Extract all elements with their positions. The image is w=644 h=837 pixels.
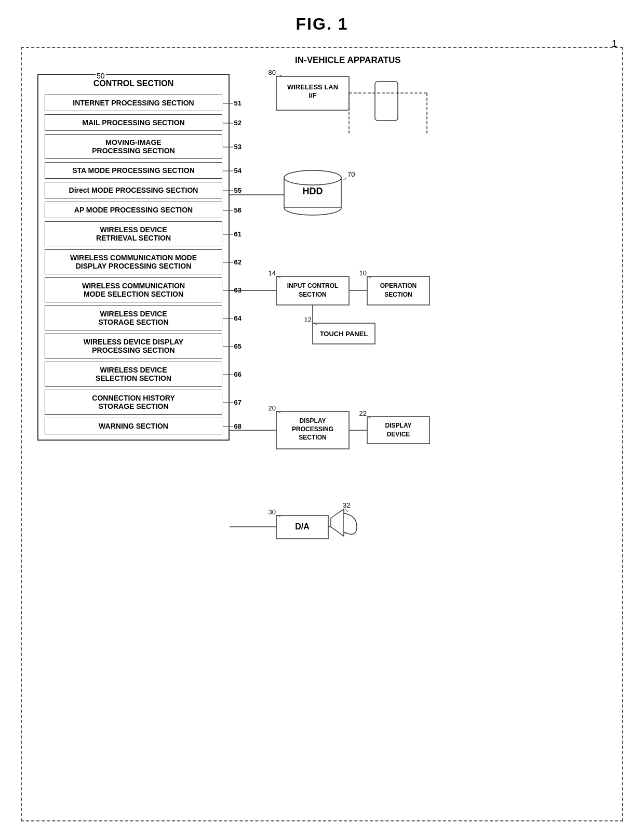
wireless-device-retrieval-section: WIRELESS DEVICE RETRIEVAL SECTION 61 (45, 221, 222, 246)
svg-text:INPUT CONTROL: INPUT CONTROL (287, 282, 339, 289)
wireless-device-storage-section: WIRELESS DEVICE STORAGE SECTION 64 (45, 305, 222, 330)
svg-rect-32 (276, 411, 349, 449)
moving-image-processing-section: MOVING-IMAGE PROCESSING SECTION 53 (45, 134, 222, 159)
ref-56: 56 (223, 206, 242, 214)
ref-68: 68 (223, 422, 242, 430)
svg-text:SECTION: SECTION (384, 291, 412, 298)
svg-text:DISPLAY: DISPLAY (385, 422, 412, 429)
svg-rect-15 (276, 276, 349, 305)
ref-55: 55 (223, 187, 242, 194)
svg-line-37 (277, 411, 280, 413)
svg-line-42 (368, 417, 371, 418)
svg-rect-45 (276, 515, 328, 539)
svg-text:80: 80 (269, 69, 276, 76)
outer-container: IN-VEHICLE APPARATUS 1 50 CONTROL SECTIO… (21, 47, 623, 821)
svg-text:DISPLAY: DISPLAY (300, 417, 326, 424)
svg-text:30: 30 (269, 508, 276, 516)
svg-text:14: 14 (269, 269, 276, 277)
svg-text:10: 10 (359, 269, 367, 277)
ref-50: 50 (96, 72, 106, 80)
invehicle-label: IN-VEHICLE APPARATUS (291, 55, 405, 65)
svg-text:12: 12 (304, 316, 312, 324)
ref-62: 62 (223, 258, 242, 266)
direct-mode-processing-section: Direct MODE PROCESSING SECTION 55 (45, 182, 222, 198)
svg-line-48 (277, 515, 280, 517)
svg-rect-38 (367, 417, 430, 444)
ap-mode-processing-section: AP MODE PROCESSING SECTION 56 (45, 202, 222, 218)
left-block: 50 CONTROL SECTION INTERNET PROCESSING S… (37, 74, 230, 441)
svg-rect-0 (276, 76, 349, 110)
ref-61: 61 (223, 230, 242, 238)
svg-line-24 (368, 276, 371, 278)
svg-line-13 (343, 178, 347, 180)
svg-rect-20 (367, 276, 430, 305)
ref-63: 63 (223, 286, 242, 294)
svg-rect-9 (284, 178, 341, 208)
svg-marker-50 (331, 509, 344, 536)
ref-51: 51 (223, 99, 242, 107)
svg-text:HDD: HDD (303, 186, 323, 196)
wireless-device-selection-section: WIRELESS DEVICE SELECTION SECTION 66 (45, 362, 222, 387)
svg-text:70: 70 (347, 170, 355, 178)
mail-processing-section: MAIL PROCESSING SECTION 52 (45, 114, 222, 131)
ref-53: 53 (223, 143, 242, 151)
svg-text:D/A: D/A (295, 522, 310, 531)
control-section-label: CONTROL SECTION (38, 75, 229, 90)
ref-54: 54 (223, 167, 242, 175)
ref-67: 67 (223, 398, 242, 406)
internet-processing-section: INTERNET PROCESSING SECTION 51 (45, 95, 222, 111)
wireless-comm-mode-display-section: WIRELESS COMMUNICATION MODE DISPLAY PROC… (45, 249, 222, 274)
svg-text:SECTION: SECTION (299, 434, 326, 441)
svg-text:OPERATION: OPERATION (380, 282, 417, 289)
svg-line-28 (314, 323, 317, 325)
svg-line-19 (277, 276, 280, 278)
connection-history-storage-section: CONNECTION HISTORY STORAGE SECTION 67 (45, 390, 222, 415)
svg-text:20: 20 (269, 404, 276, 412)
ref-65: 65 (223, 342, 242, 350)
wireless-comm-mode-selection-section: WIRELESS COMMUNICATION MODE SELECTION SE… (45, 277, 222, 302)
sta-mode-processing-section: STA MODE PROCESSING SECTION 54 (45, 162, 222, 179)
apparatus-ref: 1 (612, 38, 617, 49)
svg-text:SECTION: SECTION (299, 291, 326, 298)
svg-line-53 (345, 509, 348, 512)
svg-text:PROCESSING: PROCESSING (292, 426, 333, 433)
page-title: FIG. 1 (0, 0, 644, 43)
svg-point-10 (284, 170, 341, 185)
svg-text:32: 32 (343, 501, 350, 509)
svg-rect-25 (313, 323, 375, 344)
wireless-device-display-processing-section: WIRELESS DEVICE DISPLAY PROCESSING SECTI… (45, 334, 222, 358)
svg-text:22: 22 (359, 409, 367, 417)
svg-text:I/F: I/F (308, 91, 316, 99)
ref-52: 52 (223, 119, 242, 127)
svg-text:WIRELESS LAN: WIRELESS LAN (287, 83, 338, 91)
svg-text:DEVICE: DEVICE (387, 431, 410, 438)
svg-line-4 (279, 75, 283, 76)
ref-64: 64 (223, 314, 242, 322)
svg-text:TOUCH PANEL: TOUCH PANEL (320, 330, 368, 338)
svg-rect-5 (375, 82, 398, 121)
warning-section: WARNING SECTION 68 (45, 418, 222, 434)
ref-66: 66 (223, 370, 242, 378)
